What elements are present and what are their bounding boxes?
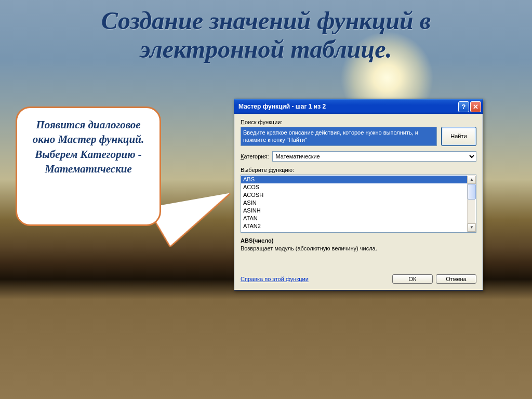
listbox-scrollbar[interactable]: ▲ ▼ <box>467 176 475 232</box>
function-description: ABS(число) Возвращает модуль (абсолютную… <box>241 237 476 262</box>
list-item[interactable]: ASIN <box>241 199 476 207</box>
scroll-up-button[interactable]: ▲ <box>468 176 476 184</box>
scroll-down-button[interactable]: ▼ <box>468 223 476 232</box>
function-wizard-dialog: Мастер функций - шаг 1 из 2 ? ✕ Поиск фу… <box>234 99 483 290</box>
close-icon: ✕ <box>473 103 478 111</box>
ok-button[interactable]: ОК <box>392 274 433 284</box>
dialog-titlebar[interactable]: Мастер функций - шаг 1 из 2 ? ✕ <box>234 99 483 114</box>
titlebar-close-button[interactable]: ✕ <box>470 101 481 112</box>
chevron-up-icon: ▲ <box>470 177 474 182</box>
find-button[interactable]: Найти <box>441 127 476 146</box>
cancel-button[interactable]: Отмена <box>436 274 476 284</box>
slide-title: Создание значений функций в электронной … <box>32 6 500 63</box>
list-item[interactable]: ABS <box>241 176 476 183</box>
speech-bubble: Появится диалоговое окно Мастер функций.… <box>16 107 161 226</box>
function-listbox[interactable]: ABS ACOS ACOSH ASIN ASINH ATAN ATAN2 ▲ ▼ <box>241 175 476 233</box>
help-link[interactable]: Справка по этой функции <box>241 276 392 282</box>
category-label: Категория: <box>241 153 269 159</box>
category-select[interactable]: Математические <box>272 151 477 162</box>
chevron-down-icon: ▼ <box>470 225 474 230</box>
list-item[interactable]: ASINH <box>241 207 476 215</box>
list-item[interactable]: ACOS <box>241 183 476 191</box>
list-item[interactable]: ATAN <box>241 215 476 222</box>
search-label: Поиск функции: <box>241 119 476 125</box>
search-input[interactable]: Введите краткое описание действия, котор… <box>241 127 437 146</box>
function-signature: ABS(число) <box>241 237 273 244</box>
titlebar-help-button[interactable]: ? <box>458 101 469 112</box>
list-item[interactable]: ATAN2 <box>241 222 476 230</box>
scroll-thumb[interactable] <box>468 184 476 200</box>
function-description-text: Возвращает модуль (абсолютную величину) … <box>241 245 377 251</box>
list-item[interactable]: ACOSH <box>241 191 476 199</box>
select-function-label: Выберите функцию: <box>241 167 476 173</box>
help-icon: ? <box>462 103 466 111</box>
dialog-title: Мастер функций - шаг 1 из 2 <box>238 103 458 110</box>
